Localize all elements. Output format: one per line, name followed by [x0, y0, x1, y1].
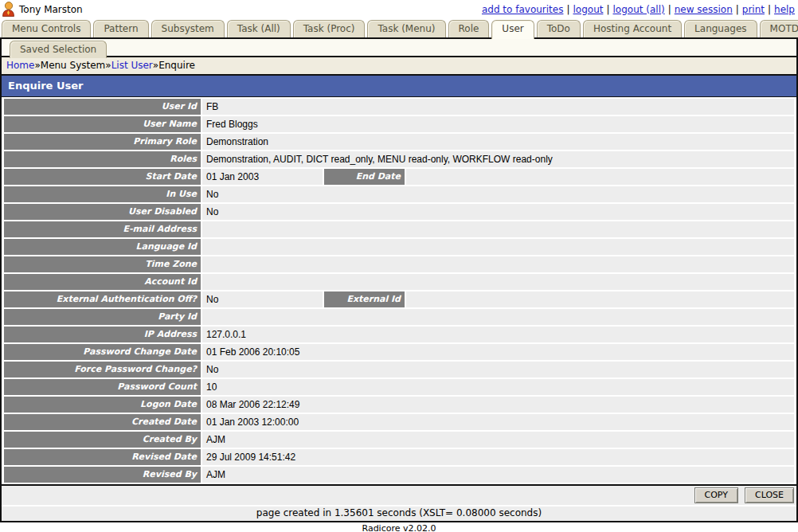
header-link-add-to-favourites[interactable]: add to favourites: [482, 4, 564, 15]
field-value-start-date: 01 Jan 2003: [202, 169, 323, 185]
field-value-created-date: 01 Jan 2003 12:00:00: [202, 414, 794, 430]
header-link-logout-all[interactable]: logout (all): [613, 4, 665, 15]
tab-languages[interactable]: Languages: [684, 20, 757, 37]
field-label-logon-date: Logon Date: [4, 397, 201, 413]
field-value-created-by: AJM: [202, 432, 794, 448]
tab-role[interactable]: Role: [448, 20, 490, 37]
field-value-language-id: [202, 239, 794, 255]
breadcrumb-menu-system: Menu System: [41, 60, 106, 71]
tab-todo[interactable]: ToDo: [537, 20, 581, 37]
breadcrumb: Home»Menu System»List User»Enquire: [2, 57, 796, 76]
field-row-password-change-date: Password Change Date01 Feb 2006 20:10:05: [4, 344, 794, 360]
close-button[interactable]: CLOSE: [745, 487, 794, 503]
field-value-force-password-change: No: [202, 362, 794, 377]
field-label-revised-date: Revised Date: [4, 449, 201, 465]
field-row-account-id: Account Id: [4, 274, 794, 290]
breadcrumb-list-user[interactable]: List User: [111, 60, 153, 71]
tab-task-all[interactable]: Task (All): [227, 20, 291, 37]
field-label-created-by: Created By: [4, 432, 201, 448]
field-value-revised-date: 29 Jul 2009 14:51:42: [202, 449, 794, 465]
field-value-primary-role: Demonstration: [202, 134, 794, 150]
field-label-external-id: External Id: [324, 291, 405, 307]
field-label-user-id: User Id: [4, 99, 201, 115]
tab-user[interactable]: User: [491, 20, 534, 39]
tab-task-menu[interactable]: Task (Menu): [367, 20, 445, 37]
field-value-password-count: 10: [202, 379, 794, 395]
field-row-primary-role: Primary RoleDemonstration: [4, 134, 794, 150]
header-link-help[interactable]: help: [774, 4, 795, 15]
user-icon: [2, 2, 15, 17]
app-version: Radicore v2.02.0: [0, 522, 798, 532]
main-tab-bar: Menu ControlsPatternSubsystemTask (All)T…: [0, 18, 798, 37]
breadcrumb-home[interactable]: Home: [6, 60, 34, 71]
header-link-logout[interactable]: logout: [573, 4, 604, 15]
field-row-password-count: Password Count10: [4, 379, 794, 395]
field-row-start-date: Start Date01 Jan 2003End Date: [4, 169, 794, 185]
header-links: add to favourites|logout|logout (all)|ne…: [482, 4, 795, 15]
field-row-force-password-change: Force Password Change?No: [4, 362, 794, 377]
header-link-new-session[interactable]: new session: [675, 4, 733, 15]
detail-table: User IdFBUser NameFred BloggsPrimary Rol…: [2, 97, 796, 484]
field-row-external-authentication-off: External Authentication Off?NoExternal I…: [4, 291, 794, 307]
tab-hosting-account[interactable]: Hosting Account: [583, 20, 682, 37]
field-row-user-name: User NameFred Bloggs: [4, 116, 794, 132]
link-separator: |: [736, 4, 739, 15]
field-row-ip-address: IP Address127.0.0.1: [4, 327, 794, 342]
field-row-created-by: Created ByAJM: [4, 432, 794, 448]
field-label-e-mail-address: E-mail Address: [4, 221, 201, 237]
header-link-print[interactable]: print: [742, 4, 765, 15]
field-label-roles: Roles: [4, 151, 201, 167]
field-row-user-disabled: User DisabledNo: [4, 204, 794, 220]
field-label-force-password-change: Force Password Change?: [4, 362, 201, 377]
breadcrumb-separator: »: [105, 60, 111, 71]
field-value-in-use: No: [202, 186, 794, 202]
main-content-box: Saved Selection Home»Menu System»List Us…: [0, 37, 798, 522]
field-label-password-count: Password Count: [4, 379, 201, 395]
tab-motd[interactable]: MOTD: [760, 20, 798, 37]
link-separator: |: [768, 4, 771, 15]
field-label-account-id: Account Id: [4, 274, 201, 290]
field-row-roles: RolesDemonstration, AUDIT, DICT read_onl…: [4, 151, 794, 167]
field-label-party-id: Party Id: [4, 309, 201, 325]
field-row-in-use: In UseNo: [4, 186, 794, 202]
tab-task-proc[interactable]: Task (Proc): [293, 20, 366, 37]
field-label-user-name: User Name: [4, 116, 201, 132]
field-row-revised-by: Revised ByAJM: [4, 467, 794, 483]
link-separator: |: [566, 4, 569, 15]
logged-in-user: Tony Marston: [2, 2, 83, 17]
tab-saved-selection[interactable]: Saved Selection: [10, 41, 107, 58]
field-value-end-date: [406, 169, 794, 185]
field-value-user-name: Fred Bloggs: [202, 116, 794, 132]
copy-button[interactable]: COPY: [694, 487, 738, 503]
link-separator: |: [668, 4, 671, 15]
breadcrumb-separator: »: [34, 60, 40, 71]
field-value-account-id: [202, 274, 794, 290]
field-value-password-change-date: 01 Feb 2006 20:10:05: [202, 344, 794, 360]
link-separator: |: [606, 4, 609, 15]
field-row-created-date: Created Date01 Jan 2003 12:00:00: [4, 414, 794, 430]
user-name-label: Tony Marston: [19, 4, 83, 15]
breadcrumb-enquire: Enquire: [158, 60, 195, 71]
field-label-primary-role: Primary Role: [4, 134, 201, 150]
field-label-created-date: Created Date: [4, 414, 201, 430]
field-label-time-zone: Time Zone: [4, 256, 201, 272]
tab-pattern[interactable]: Pattern: [93, 20, 148, 37]
field-value-roles: Demonstration, AUDIT, DICT read_only, ME…: [202, 151, 794, 167]
tab-subsystem[interactable]: Subsystem: [151, 20, 225, 37]
field-label-revised-by: Revised By: [4, 467, 201, 483]
tab-menu-controls[interactable]: Menu Controls: [2, 20, 91, 37]
field-row-party-id: Party Id: [4, 309, 794, 325]
field-value-external-id: [406, 291, 794, 307]
field-row-time-zone: Time Zone: [4, 256, 794, 272]
field-value-user-disabled: No: [202, 204, 794, 220]
top-bar: Tony Marston add to favourites|logout|lo…: [0, 0, 798, 18]
field-label-start-date: Start Date: [4, 169, 201, 185]
field-value-revised-by: AJM: [202, 467, 794, 483]
field-value-time-zone: [202, 256, 794, 272]
field-label-user-disabled: User Disabled: [4, 204, 201, 220]
field-value-user-id: FB: [202, 99, 794, 115]
field-label-external-authentication-off: External Authentication Off?: [4, 291, 201, 307]
field-label-ip-address: IP Address: [4, 327, 201, 342]
field-value-external-authentication-off: No: [202, 291, 323, 307]
field-label-password-change-date: Password Change Date: [4, 344, 201, 360]
